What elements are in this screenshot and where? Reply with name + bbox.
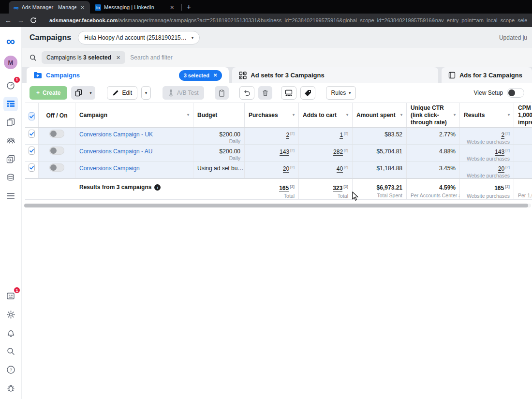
- tag-button[interactable]: [300, 86, 315, 100]
- row-checkbox[interactable]: [29, 147, 35, 155]
- account-avatar[interactable]: M: [3, 55, 18, 70]
- pages-icon[interactable]: [3, 115, 18, 130]
- view-setup-toggle[interactable]: [507, 88, 524, 98]
- sort-caret-icon[interactable]: ▾: [454, 113, 456, 118]
- results-value[interactable]: 20: [498, 165, 504, 173]
- tab-campaigns[interactable]: Campaigns 3 selected ✕: [27, 67, 229, 83]
- sort-caret-icon[interactable]: ▾: [508, 113, 510, 118]
- campaigns-table: Off / On Campaign▾ Budget Purchases▾ Add…: [22, 103, 532, 207]
- forward-icon[interactable]: →: [17, 17, 24, 24]
- ad-account-selector[interactable]: Hula Hoopy Ad account (2518190215… ▾: [78, 31, 200, 44]
- adds-to-cart-value[interactable]: 1: [340, 132, 343, 139]
- chevron-down-icon: ▾: [349, 91, 351, 95]
- summary-purchases-sub: Total: [249, 193, 295, 199]
- campaign-link[interactable]: Conversions Campaign - UK: [79, 130, 189, 138]
- column-header-campaign[interactable]: Campaign: [79, 112, 185, 119]
- campaign-toggle[interactable]: [49, 163, 64, 172]
- browser-tab-linkedin[interactable]: in Messaging | LinkedIn ✕: [90, 1, 179, 14]
- help-icon[interactable]: ?: [3, 362, 18, 377]
- purchases-value[interactable]: 2: [286, 132, 289, 139]
- selected-count-pill[interactable]: 3 selected ✕: [179, 70, 222, 81]
- search-filter-bar[interactable]: Campaigns is 3 selected ✕ Search and fil…: [22, 48, 532, 67]
- settings-gear-icon[interactable]: [3, 307, 18, 322]
- duplicate-button[interactable]: [71, 86, 86, 100]
- results-value[interactable]: 143: [495, 148, 504, 156]
- purchases-value[interactable]: 20: [283, 165, 289, 173]
- clear-selection-icon[interactable]: ✕: [213, 73, 217, 78]
- rules-button[interactable]: Rules ▾: [326, 86, 356, 100]
- notifications-bell-icon[interactable]: [3, 325, 18, 340]
- purchases-value[interactable]: 143: [280, 148, 289, 156]
- select-all-checkbox[interactable]: [29, 112, 35, 120]
- all-tools-icon[interactable]: [3, 189, 18, 203]
- audiences-icon[interactable]: [3, 133, 18, 148]
- duplicate-icon: [75, 89, 82, 97]
- report-bug-icon[interactable]: [3, 381, 18, 395]
- campaign-toggle[interactable]: [49, 147, 64, 155]
- updates-icon[interactable]: 1: [3, 289, 18, 303]
- column-header-unique-ctr[interactable]: Unique CTR (link click-through rate): [411, 104, 452, 126]
- footnote-marker: [2]: [290, 131, 295, 135]
- tab-ads[interactable]: Ads for 3 Campaigns: [442, 67, 532, 83]
- column-header-adds-to-cart[interactable]: Adds to cart: [303, 112, 344, 119]
- sort-caret-icon[interactable]: ▾: [187, 113, 189, 118]
- meta-logo[interactable]: ∞: [3, 34, 18, 48]
- summary-adds-sub: Total: [303, 193, 348, 199]
- export-button[interactable]: [281, 86, 296, 100]
- column-header-cpm[interactable]: CPM (cost per 1,000 impressions): [518, 104, 532, 126]
- column-header-off-on[interactable]: Off / On: [46, 112, 68, 119]
- summary-purchases[interactable]: 165: [279, 185, 289, 192]
- summary-adds[interactable]: 323: [333, 185, 342, 192]
- sort-caret-icon[interactable]: ▾: [400, 113, 402, 118]
- footnote-marker: [2]: [505, 148, 510, 152]
- sort-caret-icon[interactable]: ▾: [346, 113, 348, 118]
- footnote-marker: [2]: [290, 148, 295, 152]
- ab-test-button[interactable]: A/B Test: [163, 86, 204, 100]
- ad-account-icon[interactable]: 1: [3, 78, 18, 93]
- duplicate-dropdown-button[interactable]: ▾: [86, 86, 95, 100]
- footnote-marker: [2]: [343, 184, 348, 189]
- sidebar: ∞ M 1: [0, 27, 22, 399]
- campaign-link[interactable]: Conversions Campaign - AU: [79, 147, 189, 155]
- trash-icon: [262, 89, 268, 96]
- row-checkbox[interactable]: [29, 130, 35, 138]
- campaign-toggle[interactable]: [49, 130, 64, 138]
- new-tab-button[interactable]: +: [184, 2, 196, 14]
- column-header-amount-spent[interactable]: Amount spent: [356, 112, 399, 119]
- adds-to-cart-value[interactable]: 40: [337, 165, 343, 173]
- billing-icon[interactable]: [3, 170, 18, 185]
- scrollbar-thumb[interactable]: [24, 204, 528, 207]
- adds-to-cart-value[interactable]: 282: [333, 148, 343, 156]
- undo-button[interactable]: [239, 86, 254, 100]
- horizontal-scrollbar[interactable]: [24, 204, 531, 207]
- tab-close-icon[interactable]: ✕: [79, 4, 86, 11]
- campaign-link[interactable]: Conversions Campaign: [79, 163, 189, 172]
- tab-ad-sets[interactable]: Ad sets for 3 Campaigns: [232, 67, 438, 83]
- creative-library-icon[interactable]: [3, 152, 18, 166]
- column-header-results[interactable]: Results: [464, 112, 506, 119]
- paste-button[interactable]: [215, 86, 229, 100]
- info-icon[interactable]: i: [154, 184, 161, 191]
- column-header-budget[interactable]: Budget: [197, 112, 240, 119]
- page-header: Campaigns Hula Hoopy Ad account (2518190…: [22, 27, 532, 48]
- search-icon[interactable]: [3, 344, 18, 358]
- column-header-purchases[interactable]: Purchases: [249, 112, 291, 119]
- footnote-marker: [2]: [505, 165, 510, 169]
- tab-close-icon[interactable]: ✕: [169, 4, 176, 11]
- edit-button[interactable]: Edit: [107, 86, 137, 100]
- remove-filter-icon[interactable]: ✕: [116, 55, 120, 61]
- address-bar[interactable]: adsmanager.facebook.com/adsmanager/manag…: [46, 17, 527, 24]
- create-button[interactable]: + Create: [30, 86, 67, 100]
- results-value[interactable]: 2: [501, 132, 504, 139]
- url-domain: adsmanager.facebook.com: [49, 17, 118, 23]
- updated-status: Updated ju: [499, 34, 527, 41]
- row-checkbox[interactable]: [29, 163, 35, 172]
- filter-chip[interactable]: Campaigns is 3 selected ✕: [42, 51, 125, 64]
- sort-caret-icon[interactable]: ▾: [293, 113, 295, 118]
- edit-dropdown-button[interactable]: ▾: [141, 86, 151, 100]
- back-icon[interactable]: ←: [5, 17, 12, 24]
- delete-button[interactable]: [258, 86, 272, 100]
- reload-icon[interactable]: [30, 17, 37, 24]
- browser-tab-ads-manager[interactable]: ∞ Ads Manager - Manage ads - Ca ✕: [9, 1, 90, 14]
- campaigns-nav-icon[interactable]: [3, 97, 18, 111]
